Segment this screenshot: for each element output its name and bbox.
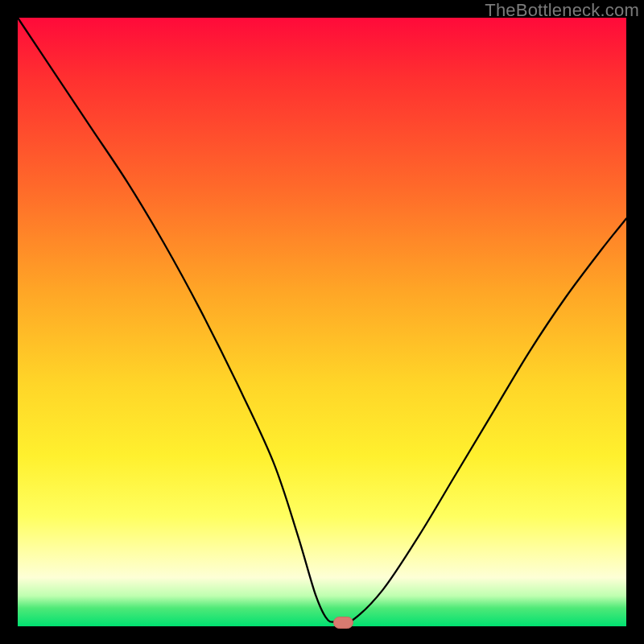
chart-frame: TheBottleneck.com: [0, 0, 644, 644]
watermark-text: TheBottleneck.com: [485, 0, 639, 21]
minimum-marker: [333, 617, 353, 628]
plot-area: [18, 18, 626, 626]
bottleneck-curve: [18, 18, 626, 622]
chart-svg: [18, 18, 626, 626]
